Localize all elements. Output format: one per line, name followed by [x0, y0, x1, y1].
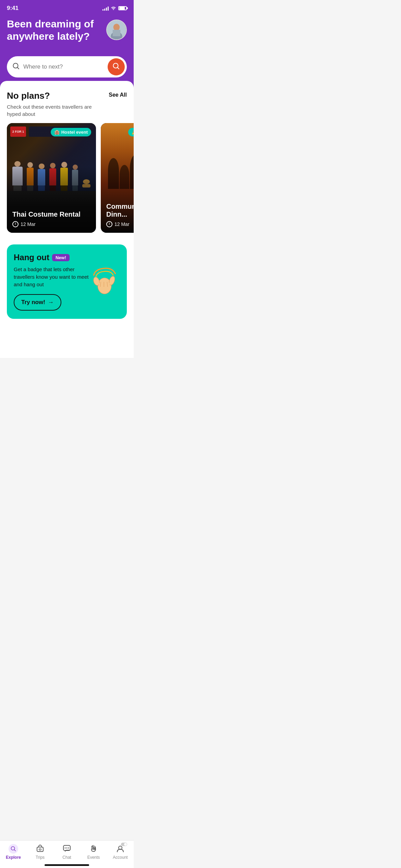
new-badge: New! — [52, 254, 70, 261]
battery-icon — [118, 6, 127, 10]
hangout-emoji — [89, 264, 120, 299]
event-tag-1: 🏨 Hostel event — [51, 128, 91, 136]
hostel-icon: 🏨 — [54, 130, 60, 135]
search-bar[interactable] — [7, 56, 127, 77]
main-content: No plans? Check out these events travell… — [0, 81, 134, 358]
hangloose-hand-icon — [89, 264, 120, 295]
no-plans-section-header: No plans? Check out these events travell… — [7, 91, 127, 118]
status-icons — [102, 6, 127, 11]
event-card-2[interactable]: 🎉 Free event Communal Dinn... 12 Mar — [101, 123, 134, 233]
avatar-image — [107, 20, 126, 40]
status-bar: 9:41 — [0, 0, 134, 14]
hangout-section: Hang out New! Get a badge that lets othe… — [7, 244, 127, 319]
header-section: Been dreaming of anywhere lately? — [0, 14, 134, 56]
clock-icon-1 — [12, 221, 19, 227]
events-scroll: 2 FOR 1 🏨 Hostel event Thai Costume Rent… — [0, 123, 134, 236]
signal-icon — [102, 6, 109, 11]
event-date-2: 12 Mar — [106, 221, 134, 227]
search-icon-left — [12, 62, 20, 72]
no-plans-subtitle: Check out these events travellers are hy… — [7, 103, 96, 118]
search-button-icon — [112, 62, 120, 72]
event-name-1: Thai Costume Rental — [12, 210, 90, 218]
search-input[interactable] — [23, 63, 104, 70]
svg-point-1 — [113, 24, 120, 31]
event-date-1: 12 Mar — [12, 221, 90, 227]
hangout-title: Hang out — [14, 253, 49, 262]
arrow-right-icon: → — [48, 299, 54, 306]
hangout-description: Get a badge that lets other travellers k… — [14, 266, 89, 288]
free-event-icon: 🎉 — [132, 130, 134, 135]
avatar[interactable] — [106, 20, 127, 40]
svg-rect-3 — [113, 30, 120, 36]
see-all-button[interactable]: See All — [109, 91, 127, 98]
status-time: 9:41 — [7, 5, 19, 12]
wifi-icon — [111, 6, 116, 11]
clock-icon-2 — [106, 221, 112, 227]
no-plans-title: No plans? — [7, 91, 96, 101]
event-name-2: Communal Dinn... — [106, 203, 134, 218]
try-now-button[interactable]: Try now! → — [14, 294, 61, 311]
event-card-1[interactable]: 2 FOR 1 🏨 Hostel event Thai Costume Rent… — [7, 123, 96, 233]
header-title: Been dreaming of anywhere lately? — [7, 18, 96, 43]
search-button[interactable] — [108, 58, 125, 75]
